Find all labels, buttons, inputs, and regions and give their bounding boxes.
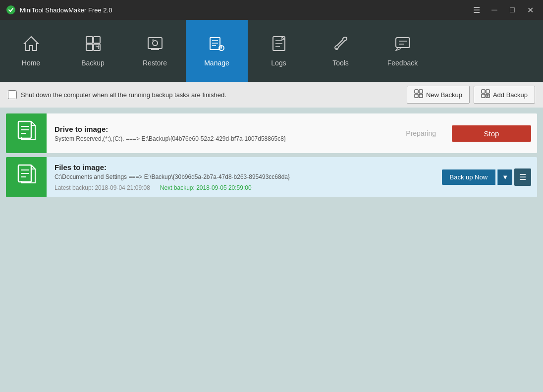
svg-point-7 [153,41,158,46]
nav-feedback[interactable]: Feedback [372,20,434,82]
svg-rect-25 [482,90,485,93]
nav-logs-label: Logs [271,59,286,67]
svg-rect-6 [148,38,162,49]
new-backup-button[interactable]: New Backup [407,86,470,104]
svg-rect-2 [94,37,100,43]
nav-home-label: Home [22,59,40,67]
nav-backup-label: Backup [81,59,105,67]
task1-status: Preparing [396,113,446,153]
new-backup-label: New Backup [426,91,462,99]
logs-icon [270,35,288,55]
nav-manage[interactable]: Manage [186,20,248,82]
task1-path: System Reserved,(*:),(C:). ===> E:\Backu… [54,135,388,142]
backup-now-label: Back up Now [450,173,488,181]
task2-menu-button[interactable]: ☰ [514,168,531,186]
task2-next-backup: Next backup: 2018-09-05 20:59:00 [160,184,252,191]
content-area: Drive to image: System Reserved,(*:),(C:… [0,108,543,392]
task2-icon-area [6,157,47,197]
svg-rect-4 [94,44,100,51]
home-icon [22,35,40,55]
svg-line-17 [336,48,337,49]
svg-rect-3 [86,44,93,51]
restore-icon [146,35,164,55]
window-controls: ☰ ─ □ ✕ [470,3,537,17]
svg-rect-22 [419,90,423,93]
svg-rect-27 [482,94,485,98]
tools-icon [332,35,350,55]
svg-rect-1 [86,37,93,43]
nav-bar: Home Backup Restore [0,20,543,82]
drive-image-icon [16,120,36,147]
menu-button[interactable]: ☰ [470,3,484,17]
app-logo-icon [6,5,16,15]
add-backup-label: Add Backup [493,91,528,99]
svg-rect-21 [415,90,418,93]
hamburger-icon: ☰ [519,172,526,182]
task-card-2: Files to image: C:\Documents and Setting… [6,157,537,197]
svg-rect-8 [210,38,220,50]
svg-rect-26 [486,90,489,93]
close-button[interactable]: ✕ [523,3,537,17]
toolbar-buttons: New Backup Add Backup [407,86,535,104]
task2-actions: Back up Now ▼ ☰ [436,157,537,197]
toolbar: Shut down the computer when all the runn… [0,82,543,108]
nav-manage-label: Manage [204,59,229,67]
svg-point-0 [6,5,15,14]
add-backup-button[interactable]: Add Backup [474,86,535,104]
backup-now-dropdown-button[interactable]: ▼ [497,169,512,185]
title-bar: MiniTool ShadowMaker Free 2.0 ☰ ─ □ ✕ [0,0,543,20]
add-backup-icon [481,89,490,100]
maximize-button[interactable]: □ [505,3,519,17]
shutdown-checkbox[interactable] [8,90,17,99]
task1-content: Drive to image: System Reserved,(*:),(C:… [47,113,396,153]
svg-point-5 [98,46,99,47]
task-card-1: Drive to image: System Reserved,(*:),(C:… [6,113,537,153]
shutdown-checkbox-area: Shut down the computer when all the runn… [8,90,401,99]
task1-actions: Stop [446,113,537,153]
task2-times: Latest backup: 2018-09-04 21:09:08 Next … [54,184,428,191]
new-backup-icon [414,89,423,100]
nav-restore-label: Restore [143,59,167,67]
task1-icon-area [6,113,47,153]
task2-path: C:\Documents and Settings ===> E:\Backup… [54,173,428,180]
manage-icon [208,35,226,55]
backup-now-button[interactable]: Back up Now [442,169,496,185]
shutdown-label: Shut down the computer when all the runn… [21,91,226,99]
dropdown-chevron-icon: ▼ [502,173,508,181]
task2-content: Files to image: C:\Documents and Setting… [47,157,436,197]
svg-rect-24 [419,94,423,98]
files-image-icon [16,164,36,190]
svg-rect-18 [396,38,410,48]
task2-title: Files to image: [54,163,428,171]
feedback-icon [394,35,412,55]
task2-latest-backup: Latest backup: 2018-09-04 21:09:08 [54,184,150,191]
nav-tools-label: Tools [332,59,349,67]
task1-title: Drive to image: [54,125,388,133]
nav-feedback-label: Feedback [387,59,418,67]
app-title: MiniTool ShadowMaker Free 2.0 [20,6,470,14]
stop-button[interactable]: Stop [452,125,531,142]
minimize-button[interactable]: ─ [488,3,501,17]
nav-backup[interactable]: Backup [62,20,124,82]
nav-restore[interactable]: Restore [124,20,186,82]
backup-icon [84,35,102,55]
svg-rect-23 [415,94,418,98]
nav-logs[interactable]: Logs [248,20,310,82]
nav-tools[interactable]: Tools [310,20,372,82]
nav-home[interactable]: Home [0,20,62,82]
